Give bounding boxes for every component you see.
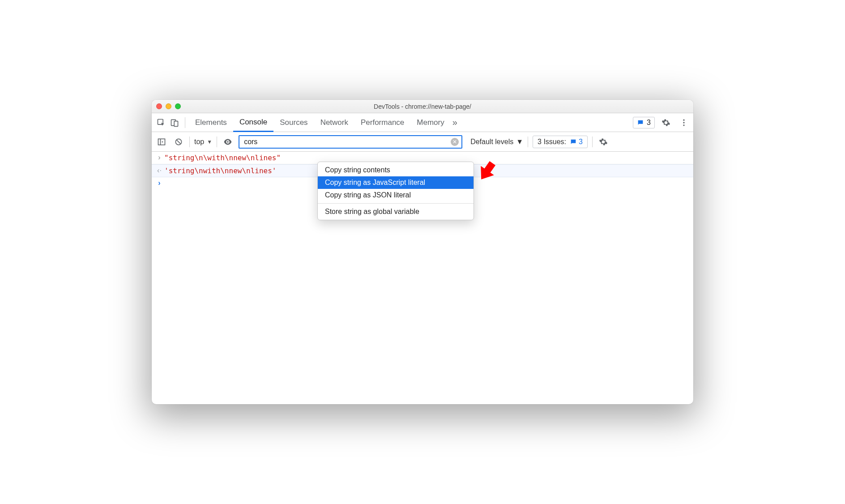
annotation-arrow-icon — [474, 157, 501, 184]
menu-separator — [318, 203, 474, 204]
messages-count: 3 — [647, 119, 651, 127]
prompt-icon: › — [154, 179, 164, 187]
log-levels-selector[interactable]: Default levels ▼ — [470, 138, 523, 146]
console-sidebar-toggle-icon[interactable] — [155, 136, 168, 148]
svg-point-4 — [683, 122, 684, 123]
console-settings-icon[interactable] — [597, 136, 610, 148]
chevron-down-icon: ▼ — [207, 139, 212, 145]
console-text: "string\n\with\nnew\nlines" — [164, 154, 281, 162]
filter-input[interactable] — [244, 138, 451, 146]
svg-point-5 — [683, 124, 684, 126]
console-toolbar: top ▼ ✕ Default levels ▼ 3 Issues: 3 — [152, 132, 693, 152]
panel-tabbar: ElementsConsoleSourcesNetworkPerformance… — [152, 113, 693, 132]
svg-rect-6 — [158, 139, 165, 145]
minimize-window-button[interactable] — [166, 103, 171, 109]
levels-label: Default levels — [470, 138, 513, 146]
result-indicator-icon: ‹· — [154, 167, 164, 175]
more-tabs-button[interactable]: » — [452, 117, 457, 128]
issues-label: 3 Issues: — [538, 138, 566, 146]
zoom-window-button[interactable] — [175, 103, 181, 109]
svg-point-3 — [683, 119, 684, 120]
tab-sources[interactable]: Sources — [273, 113, 314, 132]
tab-memory[interactable]: Memory — [410, 113, 450, 132]
devtools-window: DevTools - chrome://new-tab-page/ Elemen… — [152, 100, 693, 404]
device-toolbar-icon[interactable] — [168, 116, 181, 129]
context-menu: Copy string contentsCopy string as JavaS… — [317, 162, 474, 220]
clear-filter-icon[interactable]: ✕ — [451, 138, 459, 146]
tab-network[interactable]: Network — [314, 113, 354, 132]
svg-line-9 — [177, 140, 180, 143]
more-options-icon[interactable] — [677, 116, 691, 129]
tab-elements[interactable]: Elements — [189, 113, 233, 132]
traffic-lights — [156, 103, 181, 109]
messages-chip[interactable]: 3 — [633, 117, 655, 128]
tab-performance[interactable]: Performance — [354, 113, 410, 132]
filter-input-wrapper: ✕ — [239, 135, 462, 149]
issues-count: 3 — [579, 138, 583, 146]
live-expression-icon[interactable] — [222, 136, 234, 148]
settings-icon[interactable] — [659, 116, 673, 129]
menu-item[interactable]: Store string as global variable — [318, 205, 474, 218]
clear-console-icon[interactable] — [172, 136, 185, 148]
console-text: 'string\nwith\nnew\nlines' — [164, 167, 276, 175]
menu-item[interactable]: Copy string as JavaScript literal — [318, 176, 474, 189]
execution-context-selector[interactable]: top ▼ — [194, 138, 212, 146]
close-window-button[interactable] — [156, 103, 162, 109]
svg-point-10 — [227, 141, 229, 143]
context-label: top — [194, 138, 204, 146]
menu-item[interactable]: Copy string as JSON literal — [318, 189, 474, 201]
chevron-down-icon: ▼ — [516, 138, 523, 146]
window-title: DevTools - chrome://new-tab-page/ — [152, 103, 693, 110]
divider — [185, 117, 185, 128]
console-messages: › "string\n\with\nnew\nlines" ‹· 'string… — [152, 152, 693, 404]
menu-item[interactable]: Copy string contents — [318, 164, 474, 176]
titlebar: DevTools - chrome://new-tab-page/ — [152, 100, 693, 113]
svg-rect-2 — [174, 121, 178, 126]
inspect-element-icon[interactable] — [154, 116, 168, 129]
tab-console[interactable]: Console — [233, 114, 273, 132]
issues-button[interactable]: 3 Issues: 3 — [533, 136, 588, 148]
expand-icon[interactable]: › — [154, 154, 164, 162]
